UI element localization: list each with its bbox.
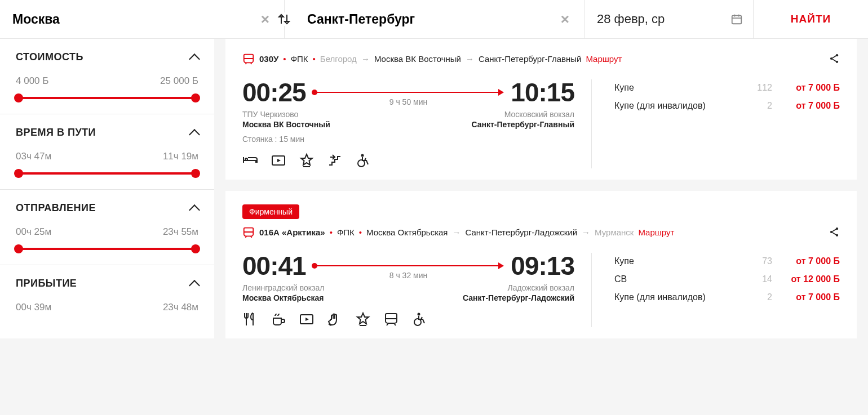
fare-price: от 7 000 Б <box>772 101 840 111</box>
fare-name: Купе <box>614 83 744 93</box>
search-button[interactable]: НАЙТИ <box>754 0 868 38</box>
fare-name: Купе (для инвалидов) <box>614 101 744 111</box>
price-slider[interactable] <box>16 97 198 99</box>
fare-name: Купе (для инвалидов) <box>614 292 744 302</box>
fares: Купе112от 7 000 БКупе (для инвалидов)2от… <box>614 79 840 168</box>
clear-origin-icon[interactable]: × <box>259 11 272 28</box>
tea-icon <box>271 311 286 327</box>
video-icon <box>271 153 286 168</box>
swap-icon[interactable] <box>276 12 293 26</box>
fare-count: 2 <box>744 101 772 111</box>
filter-depart: ОТПРАВЛЕНИЕ 00ч 25м 23ч 55м <box>0 190 214 265</box>
stairs-icon <box>327 153 343 168</box>
depart-slider[interactable] <box>16 248 198 250</box>
route-header: 016А «Арктика» • ФПК • Москва Октябрьска… <box>242 226 840 238</box>
branded-badge: Фирменный <box>242 204 299 219</box>
arrive-station: Ладожский вокзал Санкт-Петербург-Ладожск… <box>463 283 574 302</box>
arrive-station: Московский вокзал Санкт-Петербург-Главны… <box>471 110 574 129</box>
calendar-icon[interactable] <box>730 13 743 25</box>
star-icon <box>355 311 371 327</box>
duration: 9 ч 50 мин <box>389 97 428 106</box>
filter-price: СТОИМОСТЬ 4 000 Б 25 000 Б <box>0 39 214 114</box>
fare-name: Купе <box>614 256 744 266</box>
destination-input[interactable] <box>297 0 559 38</box>
wheelchair-icon <box>355 153 371 168</box>
stop-note: Стоянка : 15 мин <box>242 135 304 144</box>
chevron-up-icon <box>189 53 200 65</box>
fare-count: 14 <box>744 274 772 284</box>
timeline: 00:41 8 ч 32 мин 09:13 Ленинградский вок… <box>242 253 592 327</box>
arrive-time: 09:13 <box>511 253 574 279</box>
origin-field: × <box>0 0 285 38</box>
destination-field: × <box>285 0 584 38</box>
filter-arrive: ПРИБЫТИЕ 00ч 39м 23ч 48м <box>0 265 214 338</box>
date-value: 28 февр, ср <box>597 12 665 26</box>
search-bar: × × 28 февр, ср НАЙТИ <box>0 0 868 39</box>
video-icon <box>299 311 315 327</box>
date-field[interactable]: 28 февр, ср <box>584 0 754 38</box>
fare-price: от 7 000 Б <box>772 83 840 93</box>
fare-row[interactable]: Купе112от 7 000 Б <box>614 83 840 93</box>
results-list: 030У • ФПК • Белгород→Москва ВК Восточны… <box>225 39 868 338</box>
journey-line: 8 ч 32 мин <box>314 265 503 266</box>
chevron-up-icon <box>189 129 200 140</box>
fare-price: от 7 000 Б <box>772 292 840 302</box>
result-card: 030У • ФПК • Белгород→Москва ВК Восточны… <box>225 39 857 180</box>
route-link[interactable]: Маршрут <box>586 54 622 64</box>
star-icon <box>299 153 315 168</box>
amenities <box>242 311 427 327</box>
filter-duration: ВРЕМЯ В ПУТИ 03ч 47м 11ч 19м <box>0 114 214 190</box>
fares: Купе73от 7 000 БСВ14от 12 000 БКупе (для… <box>614 253 840 327</box>
share-icon[interactable] <box>829 53 840 64</box>
arrive-time: 10:15 <box>511 79 574 105</box>
chevron-up-icon <box>189 204 200 216</box>
fare-count: 73 <box>744 256 772 266</box>
operator: ФПК <box>291 54 308 64</box>
share-icon[interactable] <box>829 226 840 238</box>
filter-depart-head[interactable]: ОТПРАВЛЕНИЕ <box>16 202 198 214</box>
train-icon <box>242 52 255 65</box>
fare-row[interactable]: СВ14от 12 000 Б <box>614 274 840 284</box>
wheelchair-icon <box>411 311 427 327</box>
chevron-up-icon <box>189 280 200 291</box>
train-icon <box>242 226 255 238</box>
route-alight: Санкт-Петербург-Ладожский <box>465 227 577 237</box>
bed-icon <box>242 153 258 168</box>
fare-row[interactable]: Купе73от 7 000 Б <box>614 256 840 266</box>
fare-row[interactable]: Купе (для инвалидов)2от 7 000 Б <box>614 101 840 111</box>
train-icon <box>383 311 399 327</box>
fare-row[interactable]: Купе (для инвалидов)2от 7 000 Б <box>614 292 840 302</box>
filter-arrive-head[interactable]: ПРИБЫТИЕ <box>16 278 198 289</box>
depart-station: ТПУ Черкизово Москва ВК Восточный <box>242 110 330 129</box>
route-board: Москва ВК Восточный <box>374 54 461 64</box>
duration: 8 ч 32 мин <box>389 271 428 280</box>
route-dest: Мурманск <box>595 227 634 237</box>
clear-destination-icon[interactable]: × <box>559 11 572 28</box>
filter-duration-head[interactable]: ВРЕМЯ В ПУТИ <box>16 127 198 139</box>
route-link[interactable]: Маршрут <box>638 227 674 237</box>
route-alight: Санкт-Петербург-Главный <box>479 54 581 64</box>
depart-time: 00:25 <box>242 79 306 105</box>
svg-rect-0 <box>732 16 742 24</box>
origin-input[interactable] <box>12 0 259 38</box>
route-origin: Белгород <box>320 54 357 64</box>
fare-name: СВ <box>614 274 744 284</box>
depart-station: Ленинградский вокзал Москва Октябрьская <box>242 283 324 302</box>
depart-time: 00:41 <box>242 253 306 279</box>
operator: ФПК <box>337 227 355 237</box>
route-board: Москва Октябрьская <box>366 227 448 237</box>
hand-icon <box>327 311 343 327</box>
fare-price: от 7 000 Б <box>772 256 840 266</box>
result-card: Фирменный 016А «Арктика» • ФПК • Москва … <box>225 191 857 338</box>
duration-slider[interactable] <box>16 172 198 175</box>
route-header: 030У • ФПК • Белгород→Москва ВК Восточны… <box>242 52 840 65</box>
fare-count: 2 <box>744 292 772 302</box>
amenities <box>242 153 371 168</box>
food-icon <box>242 311 258 327</box>
train-number: 030У <box>259 54 278 64</box>
filters-sidebar: СТОИМОСТЬ 4 000 Б 25 000 Б ВРЕМЯ В ПУТИ … <box>0 39 214 338</box>
filter-price-head[interactable]: СТОИМОСТЬ <box>16 51 198 63</box>
journey-line: 9 ч 50 мин <box>314 92 503 93</box>
fare-count: 112 <box>744 83 772 93</box>
train-number: 016А «Арктика» <box>259 227 325 237</box>
